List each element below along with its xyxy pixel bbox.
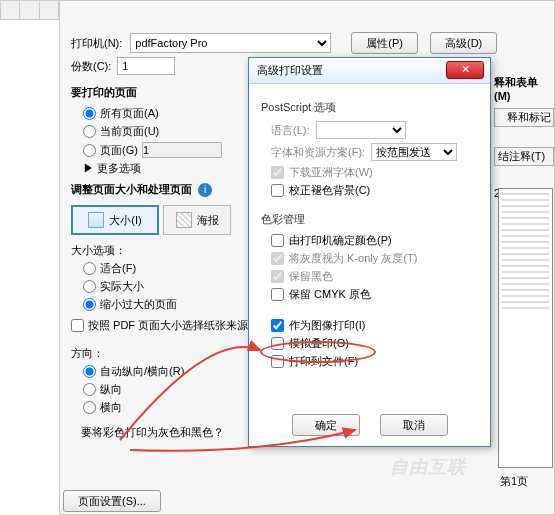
radio-pages[interactable] [83, 144, 96, 157]
printer-label: 打印机(N): [71, 36, 122, 51]
keep-black-checkbox [271, 270, 284, 283]
printer-determines-color-label: 由打印机确定颜色(P) [289, 233, 392, 248]
printer-determines-color-checkbox[interactable] [271, 234, 284, 247]
radio-portrait-label: 纵向 [100, 382, 122, 397]
postscript-group: PostScript 选项 [261, 100, 478, 115]
keep-cmyk-label: 保留 CMYK 原色 [289, 287, 371, 302]
advanced-button[interactable]: 高级(D) [430, 32, 497, 54]
radio-all-pages-label: 所有页面(A) [100, 106, 159, 121]
download-asian-fonts-checkbox [271, 166, 284, 179]
download-asian-fonts-label: 下载亚洲字体(W) [289, 165, 373, 180]
close-button[interactable]: ✕ [446, 61, 484, 79]
more-options[interactable]: ▶ 更多选项 [83, 161, 236, 176]
color-question: 要将彩色打印为灰色和黑色？ [81, 425, 251, 440]
print-to-file-checkbox[interactable] [271, 355, 284, 368]
direction-title: 方向： [71, 346, 251, 361]
info-icon[interactable]: i [198, 183, 212, 197]
size-icon [88, 212, 104, 228]
advanced-print-settings-dialog: 高级打印设置 ✕ PostScript 选项 语言(L): 字体和资源方案(F)… [248, 57, 491, 447]
adjust-title: 调整页面大小和处理页面 [71, 182, 192, 197]
radio-current-page-label: 当前页面(U) [100, 124, 159, 139]
copies-label: 份数(C): [71, 59, 111, 74]
properties-button[interactable]: 属性(P) [351, 32, 418, 54]
correct-background-label: 校正褪色背景(C) [289, 183, 370, 198]
gray-konly-checkbox [271, 252, 284, 265]
font-policy-label: 字体和资源方案(F): [271, 145, 365, 160]
radio-landscape[interactable] [83, 401, 96, 414]
printer-select[interactable]: pdfFactory Pro [130, 33, 331, 53]
size-options-title: 大小选项： [71, 243, 251, 258]
language-select[interactable] [316, 121, 406, 139]
copies-input[interactable] [117, 57, 175, 75]
page-setup-button[interactable]: 页面设置(S)... [63, 490, 161, 512]
color-management-group: 色彩管理 [261, 212, 478, 227]
simulate-overprint-checkbox[interactable] [271, 337, 284, 350]
print-as-image-checkbox[interactable] [271, 319, 284, 332]
keep-black-label: 保留黑色 [289, 269, 333, 284]
pdf-source-label: 按照 PDF 页面大小选择纸张来源(Z) [88, 318, 262, 333]
font-policy-select[interactable]: 按范围发送 [371, 143, 457, 161]
cancel-button[interactable]: 取消 [380, 414, 448, 436]
radio-current-page[interactable] [83, 125, 96, 138]
radio-auto-label: 自动纵向/横向(R) [100, 364, 184, 379]
radio-shrink[interactable] [83, 298, 96, 311]
notes-button-fragment[interactable]: 结注释(T) [494, 147, 554, 166]
radio-fit-label: 适合(F) [100, 261, 136, 276]
radio-all-pages[interactable] [83, 107, 96, 120]
keep-cmyk-checkbox[interactable] [271, 288, 284, 301]
radio-actual-label: 实际大小 [100, 279, 144, 294]
tab-size[interactable]: 大小(I) [71, 205, 159, 235]
watermark: 自由互联 [390, 455, 466, 479]
page-count: 第1页 [500, 474, 528, 489]
tab-strip [0, 0, 60, 20]
radio-pages-label: 页面(G) [100, 143, 138, 158]
poster-icon [176, 212, 192, 228]
radio-auto-orient[interactable] [83, 365, 96, 378]
preview-pane [498, 188, 553, 468]
radio-landscape-label: 横向 [100, 400, 122, 415]
forms-select-fragment[interactable]: 释和标记 [494, 108, 554, 127]
forms-label-fragment: 释和表单(M) [494, 75, 554, 102]
pages-input[interactable] [142, 142, 222, 158]
simulate-overprint-label: 模拟叠印(O) [289, 336, 349, 351]
radio-portrait[interactable] [83, 383, 96, 396]
print-as-image-label: 作为图像打印(I) [289, 318, 365, 333]
ok-button[interactable]: 确定 [292, 414, 360, 436]
print-pages-title: 要打印的页面 [71, 85, 236, 100]
tab-poster[interactable]: 海报 [163, 205, 231, 235]
correct-background-checkbox[interactable] [271, 184, 284, 197]
radio-shrink-label: 缩小过大的页面 [100, 297, 177, 312]
modal-title: 高级打印设置 [257, 63, 323, 78]
print-to-file-label: 打印到文件(F) [289, 354, 358, 369]
pdf-source-checkbox[interactable] [71, 319, 84, 332]
radio-actual[interactable] [83, 280, 96, 293]
gray-konly-label: 将灰度视为 K-only 灰度(T) [289, 251, 417, 266]
radio-fit[interactable] [83, 262, 96, 275]
language-label: 语言(L): [271, 123, 310, 138]
